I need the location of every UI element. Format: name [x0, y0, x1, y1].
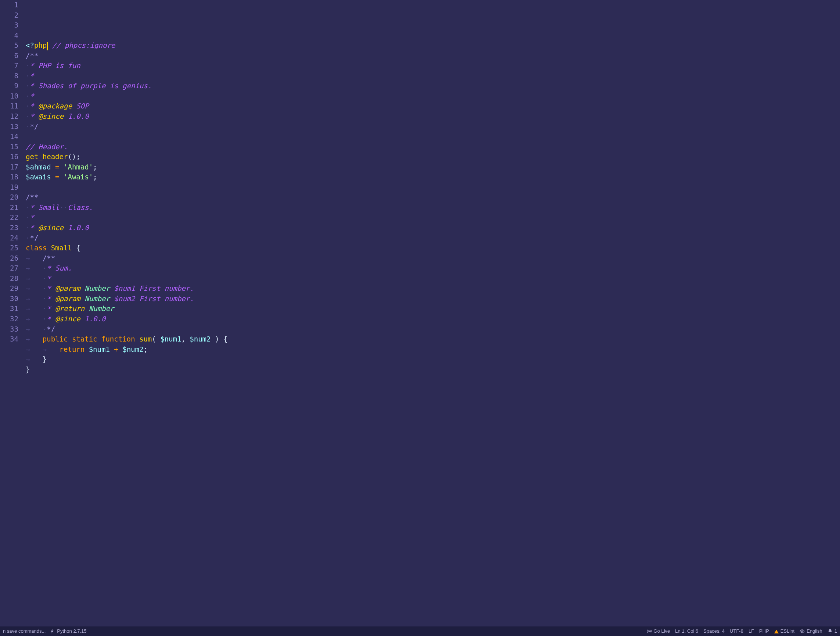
- line-number: 5: [2, 40, 18, 51]
- code-token: [68, 335, 72, 343]
- code-line[interactable]: → ·* @return Number: [26, 304, 840, 314]
- code-token: [30, 345, 42, 353]
- code-line[interactable]: $awais = 'Awais';: [26, 172, 840, 182]
- code-line[interactable]: class Small {: [26, 243, 840, 253]
- status-cursor-position[interactable]: Ln 1, Col 6: [675, 628, 698, 635]
- status-python[interactable]: Python 2.7.15: [50, 628, 86, 635]
- status-bell-count: 1: [834, 628, 837, 635]
- code-line[interactable]: $ahmad = 'Ahmad';: [26, 162, 840, 172]
- code-token: →: [26, 264, 30, 272]
- line-number: 24: [2, 233, 18, 244]
- code-line[interactable]: ·*/: [26, 233, 840, 244]
- status-spellcheck[interactable]: English: [800, 628, 823, 635]
- line-number: 22: [2, 212, 18, 223]
- line-number: 8: [2, 71, 18, 81]
- code-token: [51, 163, 55, 171]
- line-number: 26: [2, 253, 18, 264]
- code-line[interactable]: ·*: [26, 71, 840, 81]
- status-indent[interactable]: Spaces: 4: [703, 628, 725, 635]
- code-token: @since: [38, 223, 63, 232]
- code-token: *: [30, 213, 34, 221]
- code-token: php: [34, 41, 47, 49]
- code-line[interactable]: ·*: [26, 212, 840, 223]
- code-token: $awais: [26, 173, 51, 181]
- code-token: *: [30, 92, 34, 100]
- code-line[interactable]: → ·* Sum.: [26, 263, 840, 274]
- code-line[interactable]: <?php // phpcs:ignore: [26, 40, 840, 51]
- status-go-live-label: Go Live: [654, 628, 670, 635]
- broadcast-icon: [647, 629, 652, 634]
- code-token: ·: [26, 203, 30, 211]
- code-line[interactable]: → }: [26, 354, 840, 365]
- code-token: [118, 345, 122, 353]
- status-save-commands[interactable]: n save commands...: [3, 628, 46, 635]
- code-line[interactable]: ·* @package SOP: [26, 101, 840, 111]
- code-line[interactable]: ·*: [26, 91, 840, 101]
- status-language[interactable]: PHP: [759, 628, 769, 635]
- code-line[interactable]: /**: [26, 51, 840, 61]
- code-token: <?: [26, 41, 34, 49]
- line-number: 29: [2, 283, 18, 294]
- code-token: Number: [85, 284, 110, 292]
- code-token: ·: [43, 315, 47, 323]
- code-line[interactable]: ·* Shades of purple is genius.: [26, 81, 840, 91]
- code-line[interactable]: → → return $num1 + $num2;: [26, 345, 840, 355]
- code-token: [30, 294, 42, 302]
- code-line[interactable]: get_header();: [26, 152, 840, 162]
- code-line[interactable]: /**: [26, 192, 840, 203]
- status-eol[interactable]: LF: [748, 628, 754, 635]
- code-token: [30, 304, 42, 312]
- code-line[interactable]: → ·* @param Number $num2 First number.: [26, 294, 840, 304]
- code-line[interactable]: // Header.: [26, 142, 840, 152]
- code-token: [85, 304, 88, 312]
- code-line[interactable]: ·* Small··Class.: [26, 203, 840, 213]
- code-line[interactable]: → ·*: [26, 274, 840, 284]
- code-token: ,: [181, 335, 189, 343]
- bell-icon: [827, 629, 833, 634]
- code-line[interactable]: }: [26, 365, 840, 375]
- status-eslint[interactable]: ESLint: [774, 628, 794, 635]
- code-token: ·: [43, 294, 47, 302]
- code-token: [85, 345, 88, 353]
- code-line[interactable]: [26, 182, 840, 193]
- code-token: →: [26, 355, 30, 363]
- code-line[interactable]: → ·*/: [26, 324, 840, 335]
- code-token: ·: [26, 82, 30, 90]
- status-bar: n save commands... Python 2.7.15 Go Live…: [0, 627, 840, 636]
- code-token: return: [60, 345, 85, 353]
- code-line[interactable]: [26, 375, 840, 385]
- code-token: ·: [26, 122, 30, 131]
- editor-area[interactable]: 1234567891011121314151617181920212223242…: [0, 0, 840, 627]
- code-token: ·: [26, 234, 30, 242]
- line-number: 20: [2, 192, 18, 203]
- code-token: →: [26, 335, 30, 343]
- code-token: →: [26, 274, 30, 282]
- code-token: [51, 173, 55, 181]
- code-token: Small: [51, 244, 72, 252]
- line-number: 17: [2, 162, 18, 172]
- code-line[interactable]: ·*/: [26, 122, 840, 132]
- code-line[interactable]: → ·* @param Number $num1 First number.: [26, 283, 840, 294]
- code-token: ·: [43, 274, 47, 282]
- status-encoding[interactable]: UTF-8: [730, 628, 744, 635]
- code-line[interactable]: ·* PHP is fun: [26, 61, 840, 71]
- status-notifications[interactable]: 1: [827, 628, 837, 635]
- code-line[interactable]: → public static function sum( $num1, $nu…: [26, 334, 840, 345]
- code-line[interactable]: → ·* @since 1.0.0: [26, 314, 840, 324]
- code-token: */: [30, 122, 38, 131]
- code-token: *: [47, 274, 51, 282]
- code-line[interactable]: ·* @since 1.0.0: [26, 223, 840, 233]
- code-line[interactable]: ·* @since 1.0.0: [26, 111, 840, 122]
- code-token: Number: [89, 304, 114, 312]
- code-token: →: [26, 284, 30, 292]
- code-line[interactable]: [26, 131, 840, 142]
- svg-point-1: [801, 630, 803, 632]
- code-editor[interactable]: <?php // phpcs:ignore/**·* PHP is fun·*·…: [25, 0, 840, 627]
- line-number: 9: [2, 81, 18, 91]
- line-number: 32: [2, 314, 18, 324]
- status-go-live[interactable]: Go Live: [647, 628, 670, 635]
- code-token: =: [55, 163, 59, 171]
- code-line[interactable]: → /**: [26, 253, 840, 264]
- code-token: →: [43, 345, 47, 353]
- code-token: // phpcs:ignore: [52, 41, 115, 49]
